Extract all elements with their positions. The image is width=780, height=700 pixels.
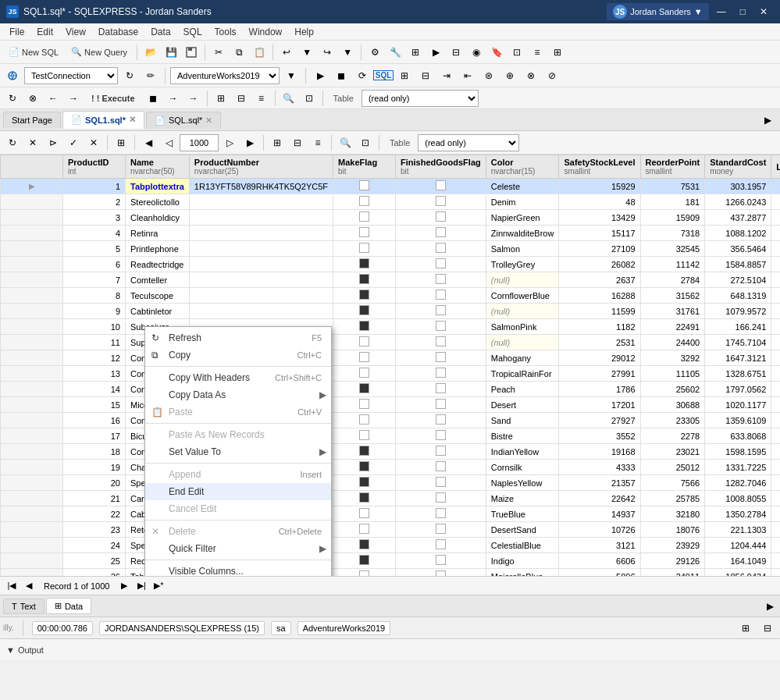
conn-edit-btn[interactable]: ✏ [141, 66, 160, 85]
table-row[interactable]: 22CabwoofoponTrueBlue14937321801350.2784 [1, 506, 781, 522]
nav-next-btn[interactable]: ▶ [117, 579, 131, 593]
cut-button[interactable]: ✂ [209, 43, 228, 62]
ctx-item-quick-filter[interactable]: Quick Filter▶ [145, 540, 331, 557]
ctx-item-visible-columns[interactable]: Visible Columns... [145, 563, 331, 576]
col-reorder[interactable]: ReorderPointsmallint [640, 155, 705, 179]
stop-exec-btn[interactable]: ◼ [144, 89, 162, 108]
exec-btn-1[interactable]: ▶ [311, 66, 329, 85]
database-select[interactable]: AdventureWorks2019 [170, 67, 280, 84]
col-productnumber[interactable]: ProductNumbernvarchar(25) [189, 155, 333, 179]
close-button[interactable]: ✕ [753, 3, 774, 20]
redo-button[interactable]: ↪ [318, 43, 337, 62]
list-btn[interactable]: ≡ [252, 89, 271, 108]
grid-type-btn2[interactable]: ⊟ [288, 133, 307, 152]
btab-text[interactable]: T Text [3, 599, 45, 614]
minimize-button[interactable]: — [711, 3, 732, 20]
tb-extra-3[interactable]: ⊞ [406, 43, 425, 62]
ctx-item-copy[interactable]: ⧉CopyCtrl+C [145, 346, 331, 364]
maximize-button[interactable]: □ [734, 3, 752, 20]
exec-btn-5[interactable]: ⊞ [395, 66, 414, 85]
tb-extra-8[interactable]: ⊡ [508, 43, 526, 62]
grid-view-btn[interactable]: ⊞ [112, 133, 130, 152]
exec-btn-10[interactable]: ⊕ [500, 66, 519, 85]
exec-btn-11[interactable]: ⊗ [522, 66, 540, 85]
table-row[interactable]: 23RetopeponDesertSand1072618076221.1303 [1, 522, 781, 538]
nav-prev-btn[interactable]: ◀ [22, 579, 36, 593]
ctx-item-refresh[interactable]: ↻RefreshF5 [145, 329, 331, 346]
exec-btn-4[interactable]: SQL [374, 66, 393, 85]
col-color[interactable]: Colornvarchar(15) [486, 155, 559, 179]
status-icon-2[interactable]: ⊟ [758, 619, 777, 638]
menu-view[interactable]: View [59, 25, 92, 39]
exec-btn-6[interactable]: ⊟ [416, 66, 435, 85]
menu-tools[interactable]: Tools [208, 25, 243, 39]
btab-data[interactable]: ⊞ Data [46, 598, 91, 614]
copy-button[interactable]: ⧉ [230, 43, 248, 62]
menu-window[interactable]: Window [243, 25, 289, 39]
tb-extra-7[interactable]: 🔖 [487, 43, 506, 62]
undo-dropdown[interactable]: ▼ [297, 43, 316, 62]
table-row[interactable]: 12ConcorderMahogany2901232921647.3121 [1, 350, 781, 366]
col-safety[interactable]: SafetyStockLevelsmallint [559, 155, 640, 179]
table-row[interactable]: 15MiccordletDesert17201306881020.1177 [1, 397, 781, 413]
col-makeflag[interactable]: MakeFlagbit [333, 155, 396, 179]
grid-btn2[interactable]: ⊟ [232, 89, 251, 108]
col-productid[interactable]: ProductIDint [63, 155, 126, 179]
menu-file[interactable]: File [3, 25, 30, 39]
col-name[interactable]: Namenvarchar(50) [126, 155, 190, 179]
exec-btn-2[interactable]: ◼ [332, 66, 351, 85]
tab-sql1[interactable]: 📄 SQL1.sql* ✕ [62, 111, 144, 129]
col-finishedgoodsflag[interactable]: FinishedGoodsFlagbit [396, 155, 486, 179]
nav-right-btn[interactable]: → [64, 89, 83, 108]
db-dropdown[interactable]: ▼ [282, 66, 301, 85]
menu-data[interactable]: Data [144, 25, 176, 39]
next-record-btn[interactable]: ▷ [220, 133, 239, 152]
table-mode-select[interactable]: (read only) [362, 90, 479, 107]
tab-sql2-close[interactable]: ✕ [205, 115, 212, 126]
exec-btn-9[interactable]: ⊛ [479, 66, 498, 85]
btab-more-btn[interactable]: ▶ [763, 599, 777, 613]
search-grid-btn[interactable]: 🔍 [336, 133, 354, 152]
nav-confirm-btn[interactable]: ✓ [64, 133, 83, 152]
output-button[interactable]: ▼ Output [6, 645, 44, 655]
col-cost[interactable]: StandardCostmoney [705, 155, 771, 179]
tab-start-page[interactable]: Start Page [3, 112, 61, 128]
nav-last-btn[interactable]: ▶| [134, 579, 148, 593]
exec-btn-7[interactable]: ⇥ [437, 66, 456, 85]
nav-first-btn[interactable]: |◀ [5, 579, 19, 593]
exec-btn-12[interactable]: ⊘ [543, 66, 561, 85]
table-row[interactable]: 3CleanholdicyNapierGreen1342915909437.28… [1, 210, 781, 226]
table-row[interactable]: 26TabpickorMajorelleBlue5896249111856.94… [1, 569, 781, 577]
table-row[interactable]: 4RetinraZinnwalditeBrow1511773181088.120… [1, 226, 781, 241]
exec-btn-3[interactable]: ⟳ [353, 66, 372, 85]
tb-extra-6[interactable]: ◉ [467, 43, 486, 62]
tb-extra-2[interactable]: 🔧 [386, 43, 404, 62]
table-row[interactable]: 17BicullonBistre35522278633.8068 [1, 428, 781, 444]
menu-help[interactable]: Help [288, 25, 320, 39]
menu-sql[interactable]: SQL [177, 25, 208, 39]
tab-sql1-close[interactable]: ✕ [129, 115, 136, 125]
ctx-item-copy-data-as[interactable]: Copy Data As▶ [145, 386, 331, 403]
plan-btn2[interactable]: → [184, 89, 203, 108]
table-row[interactable]: 21CartlifiridgeMaize22642257851008.8055 [1, 491, 781, 506]
col-extra[interactable]: L [771, 155, 780, 179]
refresh-data-btn[interactable]: ↻ [3, 133, 22, 152]
refresh-btn[interactable]: ↻ [3, 89, 22, 108]
connection-select[interactable]: TestConnection [24, 67, 118, 84]
status-icon-1[interactable]: ⊞ [736, 619, 755, 638]
tb-extra-1[interactable]: ⚙ [365, 43, 384, 62]
menu-edit[interactable]: Edit [30, 25, 59, 39]
undo-button[interactable]: ↩ [277, 43, 296, 62]
page-size-input[interactable] [180, 134, 219, 151]
filter-btn[interactable]: ⊡ [300, 89, 319, 108]
save-all-button[interactable] [182, 43, 201, 62]
table-row[interactable]: 11Suptaadon(null)2531244001745.7104 [1, 335, 781, 350]
nav-x-btn[interactable]: ✕ [84, 133, 103, 152]
cancel-data-btn[interactable]: ✕ [23, 133, 42, 152]
filter-grid-btn[interactable]: ⊡ [356, 133, 375, 152]
conn-refresh-btn[interactable]: ↻ [120, 66, 139, 85]
tab-sql2[interactable]: 📄 SQL.sql* ✕ [146, 112, 221, 129]
grid-btn[interactable]: ⊞ [212, 89, 230, 108]
table-row[interactable]: 9Cabtinletor(null)11599317611079.9572 [1, 304, 781, 319]
ctx-item-set-value-to[interactable]: Set Value To▶ [145, 443, 331, 460]
